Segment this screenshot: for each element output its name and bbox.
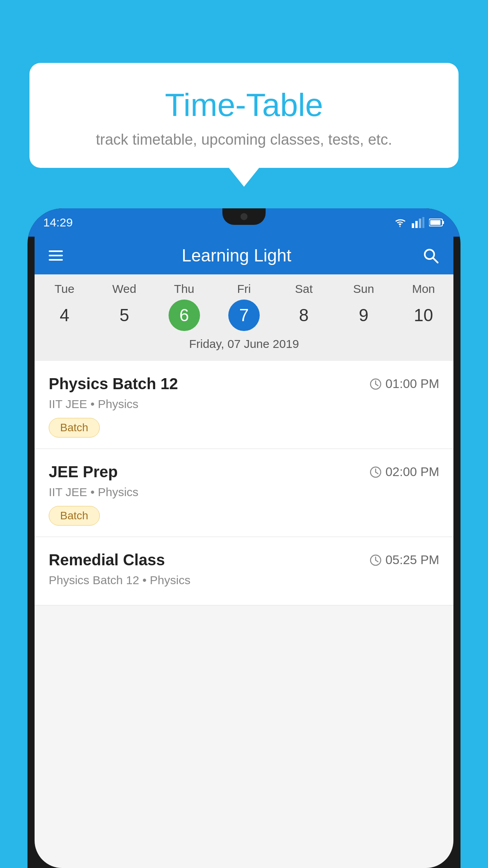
svg-line-14 xyxy=(376,472,378,474)
phone-notch xyxy=(222,208,266,225)
event-header-1: Physics Batch 12 01:00 PM xyxy=(49,375,439,393)
status-bar: 14:29 xyxy=(28,208,460,237)
event-header-3: Remedial Class 05:25 PM xyxy=(49,551,439,569)
batch-badge-2: Batch xyxy=(49,506,100,526)
svg-line-11 xyxy=(376,384,378,386)
day-header-fri: Fri xyxy=(214,282,274,296)
phone-frame: 14:29 xyxy=(28,208,460,868)
day-6-today[interactable]: 6 xyxy=(169,300,200,331)
event-header-2: JEE Prep 02:00 PM xyxy=(49,463,439,481)
calendar-strip: Tue Wed Thu Fri Sat Sun Mon 4 5 6 7 8 9 … xyxy=(35,274,453,361)
event-time-1: 01:00 PM xyxy=(370,377,439,391)
day-header-sun: Sun xyxy=(334,282,393,296)
day-5[interactable]: 5 xyxy=(108,300,140,331)
day-header-sat: Sat xyxy=(274,282,334,296)
event-time-2: 02:00 PM xyxy=(370,465,439,479)
tooltip-card: Time-Table track timetable, upcoming cla… xyxy=(29,63,459,168)
status-icons xyxy=(393,217,445,228)
day-header-wed: Wed xyxy=(94,282,154,296)
day-headers: Tue Wed Thu Fri Sat Sun Mon xyxy=(35,282,453,296)
day-header-tue: Tue xyxy=(35,282,94,296)
svg-rect-1 xyxy=(415,221,418,228)
event-title-1: Physics Batch 12 xyxy=(49,375,178,393)
clock-icon-2 xyxy=(370,466,382,478)
hamburger-menu-icon[interactable] xyxy=(49,250,63,261)
day-10[interactable]: 10 xyxy=(408,300,439,331)
batch-badge-1: Batch xyxy=(49,418,100,438)
search-icon[interactable] xyxy=(422,247,439,264)
day-header-mon: Mon xyxy=(394,282,453,296)
event-subtitle-2: IIT JEE • Physics xyxy=(49,485,439,499)
svg-rect-2 xyxy=(419,219,421,228)
svg-rect-0 xyxy=(412,223,414,228)
event-title-2: JEE Prep xyxy=(49,463,118,481)
camera-dot xyxy=(240,213,248,220)
day-7-selected[interactable]: 7 xyxy=(228,300,260,331)
clock-icon-3 xyxy=(370,554,382,566)
phone-screen: Learning Light Tue Wed Thu Fri Sat Sun M… xyxy=(35,237,453,868)
svg-line-17 xyxy=(376,560,378,562)
event-card-jee-prep[interactable]: JEE Prep 02:00 PM IIT JEE • Physics Batc… xyxy=(35,449,453,537)
battery-icon xyxy=(429,218,445,227)
day-4[interactable]: 4 xyxy=(49,300,80,331)
event-subtitle-3: Physics Batch 12 • Physics xyxy=(49,574,439,587)
day-numbers: 4 5 6 7 8 9 10 xyxy=(35,300,453,331)
svg-rect-3 xyxy=(422,217,424,228)
event-card-physics-batch-12[interactable]: Physics Batch 12 01:00 PM IIT JEE • Phys… xyxy=(35,361,453,449)
day-9[interactable]: 9 xyxy=(348,300,380,331)
event-title-3: Remedial Class xyxy=(49,551,165,569)
app-bar: Learning Light xyxy=(35,237,453,274)
day-header-thu: Thu xyxy=(154,282,214,296)
events-list: Physics Batch 12 01:00 PM IIT JEE • Phys… xyxy=(35,361,453,605)
app-title: Learning Light xyxy=(75,246,398,265)
clock-icon-1 xyxy=(370,378,382,390)
svg-rect-5 xyxy=(442,221,444,224)
day-8[interactable]: 8 xyxy=(288,300,319,331)
wifi-icon xyxy=(393,217,407,228)
tooltip-subtitle: track timetable, upcoming classes, tests… xyxy=(49,131,439,148)
tooltip-title: Time-Table xyxy=(49,86,439,123)
svg-rect-6 xyxy=(430,220,440,225)
status-time: 14:29 xyxy=(43,216,73,229)
calendar-date-label: Friday, 07 June 2019 xyxy=(35,337,453,357)
event-card-remedial-class[interactable]: Remedial Class 05:25 PM Physics Batch 12… xyxy=(35,537,453,605)
event-subtitle-1: IIT JEE • Physics xyxy=(49,397,439,411)
signal-icon xyxy=(412,217,424,228)
svg-line-8 xyxy=(433,258,438,263)
event-time-3: 05:25 PM xyxy=(370,553,439,567)
